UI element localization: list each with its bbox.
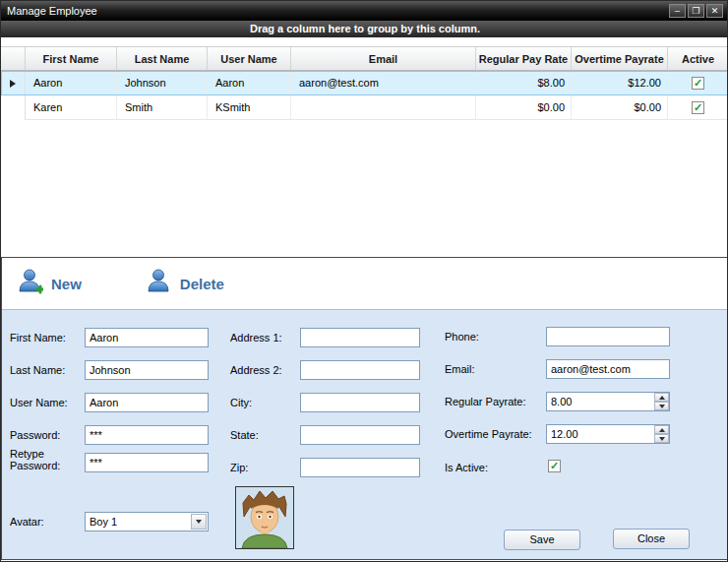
is-active-checkbox[interactable]: [548, 460, 561, 472]
cell-active: [668, 95, 728, 120]
close-button[interactable]: ✕: [706, 4, 723, 18]
cell-user-name: KSmith: [208, 95, 291, 120]
email-label: Email:: [445, 363, 475, 375]
zip-label: Zip:: [230, 462, 248, 473]
column-header-first-name[interactable]: First Name: [26, 47, 117, 70]
password-field[interactable]: [85, 425, 209, 445]
employee-detail-panel: New Delete First Name: Last Name: User N…: [1, 257, 728, 560]
group-by-bar[interactable]: Drag a column here to group by this colu…: [1, 21, 728, 37]
address1-field[interactable]: [300, 328, 420, 347]
delete-button-label: Delete: [180, 276, 224, 292]
city-field[interactable]: [300, 393, 420, 412]
email-field[interactable]: [546, 359, 670, 379]
delete-employee-icon: [147, 268, 172, 299]
close-button[interactable]: Close: [613, 529, 690, 549]
avatar-dropdown[interactable]: Boy 1: [85, 512, 209, 531]
toolbar: New Delete: [2, 258, 728, 310]
delete-button[interactable]: Delete: [147, 268, 224, 299]
row-indicator: [1, 95, 26, 120]
address1-label: Address 1:: [230, 332, 282, 343]
column-header-overtime-payrate[interactable]: Overtime Payrate: [572, 47, 668, 70]
row-indicator: [1, 71, 26, 95]
window-controls: – ❐ ✕: [669, 4, 723, 18]
active-checkbox[interactable]: [692, 101, 704, 114]
spinner: [654, 425, 669, 443]
cell-first-name: Karen: [26, 95, 117, 120]
password-label: Password:: [10, 429, 60, 441]
cell-overtime-payrate: $12.00: [572, 71, 668, 95]
cell-email: [291, 95, 476, 120]
overtime-payrate-stepper: [546, 424, 670, 444]
cell-regular-pay-rate: $8.00: [476, 71, 572, 95]
cell-first-name: Aaron: [26, 71, 117, 95]
manage-employee-window: Manage Employee – ❐ ✕ Drag a column here…: [0, 0, 728, 562]
address2-field[interactable]: [300, 360, 420, 380]
regular-payrate-label: Regular Payrate:: [445, 396, 526, 407]
table-row[interactable]: Karen Smith KSmith $0.00 $0.00: [1, 95, 728, 120]
retype-password-field[interactable]: [85, 453, 209, 472]
overtime-payrate-field[interactable]: [546, 424, 670, 444]
new-button-label: New: [51, 276, 82, 292]
user-name-field[interactable]: [85, 393, 209, 412]
column-header-last-name[interactable]: Last Name: [117, 47, 208, 70]
selected-row-arrow-icon: [10, 80, 16, 88]
cell-regular-pay-rate: $0.00: [476, 95, 572, 120]
last-name-field[interactable]: [85, 360, 209, 380]
retype-password-label: Retype Password:: [10, 448, 67, 471]
first-name-label: First Name:: [10, 332, 66, 343]
header-gutter: [1, 47, 26, 70]
spin-down-icon[interactable]: [654, 402, 669, 410]
column-header-user-name[interactable]: User Name: [208, 47, 291, 70]
new-employee-icon: [18, 268, 43, 299]
window-title: Manage Employee: [7, 5, 97, 17]
cell-email: aaron@test.com: [291, 71, 476, 95]
titlebar: Manage Employee – ❐ ✕: [1, 1, 728, 21]
spin-up-icon[interactable]: [654, 425, 669, 434]
maximize-button[interactable]: ❐: [688, 4, 704, 18]
regular-payrate-stepper: [546, 392, 670, 411]
regular-payrate-field[interactable]: [546, 392, 670, 411]
cell-active: [668, 71, 728, 95]
state-label: State:: [230, 429, 259, 441]
column-header-email[interactable]: Email: [291, 47, 476, 70]
spin-down-icon[interactable]: [654, 434, 669, 443]
phone-field[interactable]: [546, 327, 670, 346]
cell-overtime-payrate: $0.00: [572, 95, 668, 120]
last-name-label: Last Name:: [10, 364, 65, 376]
first-name-field[interactable]: [85, 328, 209, 347]
column-header-active[interactable]: Active: [668, 47, 728, 70]
is-active-label: Is Active:: [445, 462, 488, 473]
avatar-label: Avatar:: [10, 516, 44, 528]
zip-field[interactable]: [300, 458, 420, 477]
cell-last-name: Johnson: [117, 71, 208, 95]
state-field[interactable]: [300, 425, 420, 445]
avatar-image: [235, 486, 294, 549]
overtime-payrate-label: Overtime Payrate:: [445, 428, 532, 440]
save-button[interactable]: Save: [504, 530, 580, 550]
dropdown-arrow-icon[interactable]: [191, 514, 207, 530]
column-header-regular-pay-rate[interactable]: Regular Pay Rate: [476, 47, 572, 70]
cell-user-name: Aaron: [208, 71, 291, 95]
table-row-selected[interactable]: Aaron Johnson Aaron aaron@test.com $8.00…: [1, 71, 728, 95]
user-name-label: User Name:: [10, 397, 68, 408]
minimize-button[interactable]: –: [669, 4, 686, 18]
spin-up-icon[interactable]: [654, 393, 669, 402]
avatar-dropdown-value: Boy 1: [90, 516, 117, 528]
new-button[interactable]: New: [18, 268, 82, 299]
address2-label: Address 2:: [230, 364, 282, 376]
cell-last-name: Smith: [117, 95, 208, 120]
phone-label: Phone:: [445, 331, 479, 343]
grid-header-row: First Name Last Name User Name Email Reg…: [1, 46, 728, 71]
active-checkbox[interactable]: [692, 77, 704, 90]
city-label: City:: [230, 397, 252, 408]
spinner: [654, 393, 669, 410]
